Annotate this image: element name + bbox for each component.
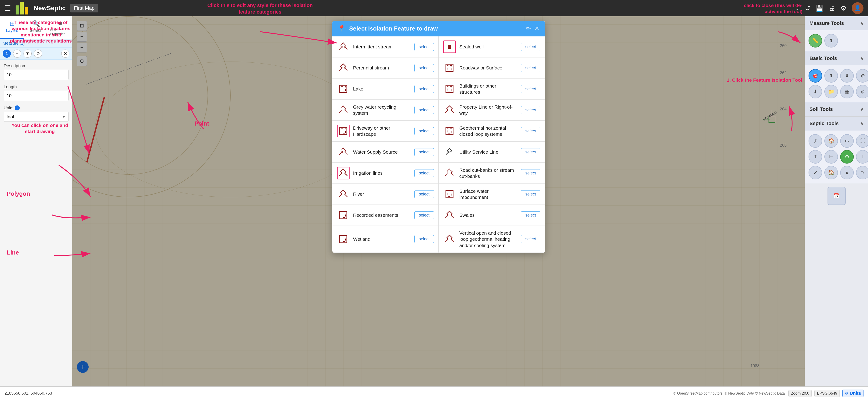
- septic-tool-ta[interactable]: T↑: [856, 166, 868, 179]
- feature-row-1: Intermittent stream select Sealed well s…: [332, 36, 545, 57]
- utility-select-btn[interactable]: select: [521, 148, 540, 156]
- sealed-well-select-btn[interactable]: select: [521, 43, 540, 51]
- septic-tools-header[interactable]: Septic Tools ∧: [805, 116, 868, 131]
- water-supply-select-btn[interactable]: select: [414, 148, 434, 156]
- basic-tool-download[interactable]: ⬇: [840, 69, 854, 83]
- measure-tools-header[interactable]: Measure Tools ∧: [805, 16, 868, 30]
- property-line-select-btn[interactable]: select: [521, 106, 540, 114]
- svg-rect-9: [446, 85, 453, 92]
- top-actions: ⤴ ↺ 💾 🖨 ⚙ 👤: [796, 2, 864, 14]
- sidebar-tab-search[interactable]: 🔍 Search: [24, 16, 48, 39]
- length-input[interactable]: [4, 91, 68, 101]
- soil-tools-header[interactable]: Soil Tools ∨: [805, 102, 868, 116]
- irrigation-select-btn[interactable]: select: [414, 169, 434, 177]
- units-select-wrapper: foot meter yard ▼: [4, 112, 68, 122]
- swales-select-btn[interactable]: select: [521, 211, 540, 219]
- surface-water-select-btn[interactable]: select: [521, 190, 540, 198]
- sidebar-tab-layers[interactable]: ⊞ Layers: [0, 16, 24, 39]
- basic-tools-header[interactable]: Basic Tools ∧: [805, 51, 868, 65]
- refresh-icon[interactable]: ↺: [805, 4, 810, 12]
- driveway-select-btn[interactable]: select: [414, 127, 434, 135]
- measure-tool-active[interactable]: 📏: [809, 34, 822, 48]
- print-icon[interactable]: 🖨: [829, 4, 835, 12]
- measure-minus-btn[interactable]: −: [13, 50, 21, 58]
- feature-cell-grey-water: Grey water recycling system select: [332, 99, 439, 120]
- recorded-easements-select-btn[interactable]: select: [414, 211, 434, 219]
- river-select-btn[interactable]: select: [414, 190, 434, 198]
- calendar-section: 📅: [805, 183, 868, 208]
- septic-tool-i[interactable]: I: [856, 150, 868, 164]
- measure-target-btn[interactable]: ⊙: [34, 50, 42, 58]
- lake-select-btn[interactable]: select: [414, 85, 434, 93]
- feature-cell-lake: Lake select: [332, 79, 439, 99]
- basic-tool-phi[interactable]: φ: [856, 85, 868, 98]
- septic-tool-dash[interactable]: ⊢: [824, 150, 838, 164]
- modal-edit-icon[interactable]: ✏: [526, 25, 531, 32]
- isolation-feature-tool-btn[interactable]: 🎯: [809, 69, 822, 83]
- basic-tool-table[interactable]: ▦: [840, 85, 854, 98]
- measure-tool-export[interactable]: ⬆: [824, 34, 838, 48]
- geothermal-h-select-btn[interactable]: select: [521, 127, 540, 135]
- sidebar-tab-properties[interactable]: ≡ Feature Properties: [48, 16, 72, 39]
- modal-close-btn[interactable]: ✕: [534, 25, 539, 32]
- septic-tool-sq[interactable]: ⛶: [856, 134, 868, 148]
- buildings-select-btn[interactable]: select: [521, 85, 540, 93]
- feature-cell-driveway: Driveway or other Hardscape select: [332, 121, 439, 141]
- septic-tool-house[interactable]: 🏠: [824, 134, 838, 148]
- units-select[interactable]: foot meter yard: [4, 112, 68, 122]
- grey-water-icon: [337, 104, 349, 116]
- calendar-btn[interactable]: 📅: [828, 187, 846, 205]
- sealed-well-label: Sealed well: [459, 44, 518, 50]
- septic-tool-arrow[interactable]: ↙: [809, 166, 822, 179]
- septic-tool-triangle[interactable]: ▲: [840, 166, 854, 179]
- septic-tool-house2[interactable]: 🏠: [824, 166, 838, 179]
- perennial-stream-select-btn[interactable]: select: [414, 64, 434, 72]
- intermittent-stream-label: Intermittent stream: [353, 44, 411, 50]
- feature-row-9: Recorded easements select Swales select: [332, 205, 545, 226]
- wetland-select-btn[interactable]: select: [414, 235, 434, 243]
- save-icon[interactable]: 💾: [815, 4, 824, 12]
- road-cut-select-btn[interactable]: select: [521, 169, 540, 177]
- isolation-feature-modal: 📍 Select Isolation Feature to draw ✏ ✕ I…: [332, 21, 545, 253]
- utility-icon: [443, 146, 456, 159]
- feature-row-3: Lake select Buildings or other structure…: [332, 79, 545, 99]
- measure-close-btn[interactable]: ✕: [61, 50, 69, 58]
- menu-icon[interactable]: ☰: [4, 4, 11, 12]
- svg-rect-20: [447, 192, 452, 196]
- intermittent-stream-select-btn[interactable]: select: [414, 43, 434, 51]
- irrigation-icon: [337, 167, 349, 179]
- units-text: Units: [850, 391, 861, 396]
- units-button[interactable]: ⚙ Units: [842, 390, 864, 397]
- vertical-geothermal-select-btn[interactable]: select: [521, 235, 540, 243]
- feature-cell-vertical-geothermal: Vertical open and closed loop geothermal…: [439, 226, 545, 253]
- map-name[interactable]: First Map: [70, 4, 98, 12]
- svg-rect-10: [447, 87, 452, 91]
- share-icon[interactable]: ⤴: [796, 4, 800, 12]
- basic-tool-folder[interactable]: 📁: [824, 85, 838, 98]
- roadway-select-btn[interactable]: select: [521, 64, 540, 72]
- zoom-badge: Zoom 20.0: [788, 390, 812, 397]
- description-input[interactable]: [4, 70, 68, 80]
- avatar[interactable]: 👤: [852, 2, 864, 14]
- septic-tool-h5[interactable]: Hs: [840, 134, 854, 148]
- roadway-label: Roadway or Surface: [459, 65, 518, 71]
- basic-tool-cloud-download[interactable]: ⬇: [809, 85, 822, 98]
- grey-water-select-btn[interactable]: select: [414, 106, 434, 114]
- lake-icon: [337, 83, 349, 95]
- basic-tool-upload[interactable]: ⬆: [824, 69, 838, 83]
- modal-title: Select Isolation Feature to draw: [349, 25, 522, 32]
- septic-tool-t[interactable]: T: [809, 150, 822, 164]
- svg-rect-22: [341, 213, 345, 218]
- soil-tools-chevron: ∨: [860, 107, 864, 112]
- basic-tools-chevron: ∧: [860, 56, 864, 61]
- feature-cell-recorded-easements: Recorded easements select: [332, 205, 439, 226]
- septic-tool-green[interactable]: ⊕: [840, 150, 854, 164]
- measure-eye-btn[interactable]: 👁: [24, 50, 32, 58]
- feature-cell-roadway: Roadway or Surface select: [439, 57, 545, 78]
- basic-tool-grid[interactable]: ⊕: [856, 69, 868, 83]
- units-info-icon[interactable]: i: [15, 106, 20, 110]
- settings-icon[interactable]: ⚙: [841, 4, 846, 12]
- layers-icon: ⊞: [9, 20, 15, 27]
- feature-row-5: Driveway or other Hardscape select Geoth…: [332, 121, 545, 142]
- septic-tool-1[interactable]: ⤴: [809, 134, 822, 148]
